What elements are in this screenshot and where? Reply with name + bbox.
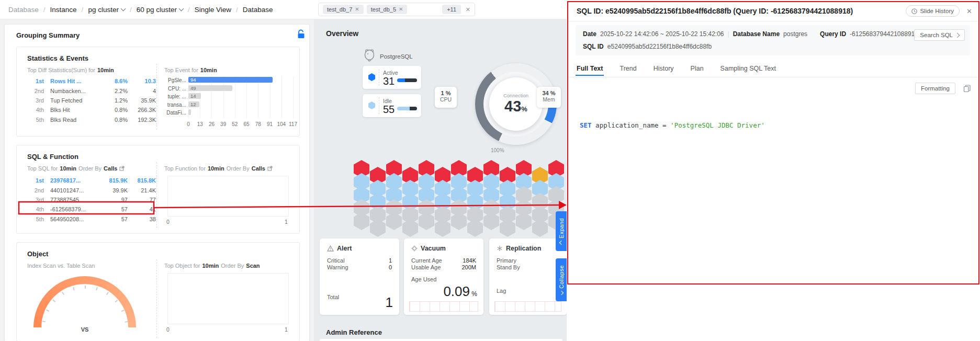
- breadcrumb-item-instance[interactable]: Instance: [50, 6, 77, 14]
- tags-clear-icon[interactable]: ✕: [466, 6, 470, 13]
- database-tag[interactable]: test_db_5✕: [367, 5, 408, 14]
- copy-icon[interactable]: [963, 85, 971, 93]
- rank-cell: 1st: [27, 78, 44, 84]
- tab-history[interactable]: History: [652, 62, 675, 75]
- object-box: Object Index Scan vs. Table Scan VS 0% 1…: [16, 242, 300, 341]
- alert-warning-label: Warning: [327, 264, 348, 270]
- collapse-button[interactable]: Collapse: [556, 258, 567, 301]
- expand-button[interactable]: Expand: [556, 211, 567, 251]
- breadcrumb-item-single-view[interactable]: Single View: [195, 6, 231, 14]
- database-tag-box[interactable]: test_db_7✕test_db_5✕ +11 ✕: [318, 3, 475, 16]
- slide-history-button[interactable]: Slide History: [906, 5, 960, 17]
- name-cell[interactable]: -612568379...: [44, 206, 99, 212]
- alert-card[interactable]: Alert Critical 1 Warning 0 Total 1: [320, 238, 399, 315]
- hex-cell-gray[interactable]: [532, 219, 548, 237]
- idle-hexagon-icon: [368, 101, 375, 109]
- rank-cell: 4th: [27, 206, 44, 212]
- tab-plan[interactable]: Plan: [690, 62, 705, 75]
- hex-cell-gray[interactable]: [516, 212, 532, 230]
- chevron-down-icon[interactable]: [120, 6, 126, 12]
- value-cell: 57: [99, 206, 128, 212]
- name-cell[interactable]: Numbacken...: [44, 88, 99, 94]
- event-bar[interactable]: 49: [188, 85, 232, 91]
- formatting-button[interactable]: Formatting: [915, 83, 955, 94]
- breadcrumb-separator: /: [188, 6, 190, 14]
- sql-detail-panel: SQL ID: e5240995ab5d22156f1b8e4ff6dc88fb…: [567, 0, 980, 341]
- hex-cell-gray[interactable]: [386, 212, 402, 230]
- active-hexagon-icon: [368, 73, 375, 81]
- gridline: [235, 76, 235, 118]
- replication-card[interactable]: Replication Primary Stand By Lag: [489, 238, 567, 315]
- hex-cell-gray[interactable]: [467, 219, 483, 237]
- value-cell: 0.8%: [99, 117, 128, 123]
- axis-tick: 1: [285, 219, 288, 225]
- hex-cell-gray[interactable]: [419, 212, 434, 230]
- value-cell: 35.9K: [128, 97, 156, 104]
- name-cell[interactable]: Tup Fetched: [44, 97, 99, 104]
- hex-cell-gray[interactable]: [451, 212, 467, 230]
- event-bar-value: 94: [188, 77, 273, 83]
- code-token-string: 'PostgreSQL JDBC Driver': [670, 121, 765, 129]
- table-scan-value: 0%: [57, 337, 88, 339]
- top-event-caption: Top Event for10min: [164, 67, 217, 73]
- divider: [568, 21, 978, 21]
- name-cell[interactable]: 773887545...: [44, 197, 99, 203]
- gauge-tick: [121, 310, 125, 312]
- active-connections-card[interactable]: Active 31: [363, 66, 421, 89]
- sql-detail-highlight-border: SQL ID: e5240995ab5d22156f1b8e4ff6dc88fb…: [567, 1, 979, 285]
- breadcrumb-item-database[interactable]: Database: [243, 6, 273, 14]
- breadcrumb-item-pg-cluster[interactable]: pg cluster: [88, 6, 125, 14]
- unlock-icon[interactable]: [297, 29, 306, 39]
- external-link-icon[interactable]: [267, 166, 273, 171]
- name-cell[interactable]: 23976817...: [44, 177, 99, 184]
- hex-cell-gray[interactable]: [402, 219, 418, 237]
- tab-sampling-sql-text[interactable]: Sampling SQL Text: [719, 62, 777, 75]
- name-cell[interactable]: Rows Hit ...: [44, 78, 99, 84]
- slide-history-label: Slide History: [920, 8, 954, 14]
- gridline: [293, 76, 294, 118]
- name-cell[interactable]: Blks Read: [44, 117, 99, 123]
- tag-remove-icon[interactable]: ✕: [399, 7, 403, 12]
- hex-cell-gray[interactable]: [435, 219, 450, 237]
- event-bar[interactable]: 12: [188, 101, 199, 107]
- breadcrumb-item-label: Instance: [50, 6, 77, 14]
- name-cell[interactable]: Blks Hit: [44, 107, 99, 113]
- alert-critical-label: Critical: [327, 257, 345, 264]
- postgresql-label: PostgreSQL: [380, 53, 413, 60]
- formatting-label: Formatting: [921, 85, 950, 92]
- query-id-label: Query ID: [820, 30, 846, 38]
- vacuum-card[interactable]: Vacuum Current Age 184K Usable Age 200M …: [404, 238, 483, 315]
- event-bar[interactable]: 94: [188, 77, 273, 83]
- sql-info-bar: Date 2025-10-22 14:42:06 ~ 2025-10-22 15…: [576, 25, 970, 55]
- more-tags-pill[interactable]: +11: [442, 5, 461, 14]
- tag-remove-icon[interactable]: ✕: [355, 7, 359, 12]
- chevron-down-icon[interactable]: [179, 6, 184, 12]
- name-cell[interactable]: 440101247...: [44, 187, 99, 194]
- gauge-tick: [115, 300, 117, 302]
- value-cell: 8.6%: [99, 78, 128, 84]
- hex-cell-gray[interactable]: [500, 219, 515, 237]
- search-sql-button[interactable]: Search SQL: [914, 29, 965, 41]
- database-tag[interactable]: test_db_7✕: [323, 5, 364, 14]
- tab-trend[interactable]: Trend: [618, 62, 637, 75]
- hex-cell-gray[interactable]: [370, 219, 386, 237]
- expand-label: Expand: [558, 218, 565, 238]
- index-vs-table-scan-caption: Index Scan vs. Table Scan: [27, 263, 95, 269]
- top-diff-statistics-caption: Top Diff Statistics(Sum) for10min: [27, 67, 114, 73]
- breadcrumb-item-60-pg-cluster[interactable]: 60 pg cluster: [137, 6, 183, 14]
- name-cell[interactable]: 564950208...: [44, 216, 99, 222]
- tab-full-text[interactable]: Full Text: [576, 62, 604, 75]
- event-bar-label: PgSle...: [164, 77, 186, 83]
- hex-cell-gray[interactable]: [483, 212, 499, 230]
- event-bar[interactable]: 14: [188, 93, 201, 99]
- value-cell: 0.8%: [99, 107, 128, 113]
- external-link-icon[interactable]: [119, 166, 125, 171]
- hex-cell-gray[interactable]: [354, 212, 369, 230]
- top-function-empty-chart: [167, 176, 289, 217]
- idle-connections-card[interactable]: Idle 55: [363, 94, 421, 117]
- sql-full-text[interactable]: SET application_name = 'PostgreSQL JDBC …: [580, 121, 765, 129]
- event-bar[interactable]: [188, 109, 191, 115]
- value-cell: 266.3K: [128, 107, 156, 113]
- breadcrumb-item-database[interactable]: Database: [8, 6, 39, 14]
- close-icon[interactable]: ✕: [966, 7, 972, 15]
